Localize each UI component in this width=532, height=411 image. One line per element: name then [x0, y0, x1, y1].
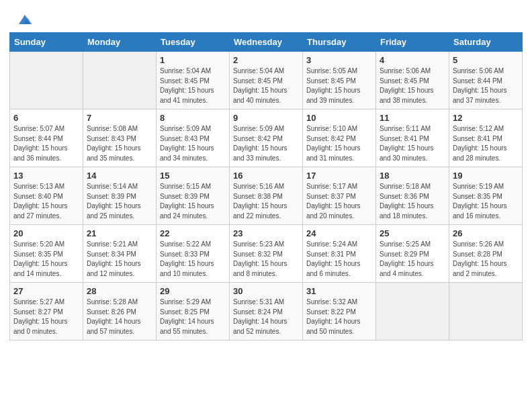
header-tuesday: Tuesday — [157, 33, 230, 52]
week-row-4: 20Sunrise: 5:20 AMSunset: 8:35 PMDayligh… — [10, 225, 523, 283]
day-number: 1 — [160, 55, 226, 65]
day-number: 17 — [306, 171, 372, 181]
day-number: 6 — [13, 113, 79, 123]
day-cell: 19Sunrise: 5:19 AMSunset: 8:35 PMDayligh… — [449, 167, 523, 225]
day-number: 10 — [306, 113, 372, 123]
day-number: 26 — [453, 228, 519, 238]
day-info: Sunrise: 5:07 AMSunset: 8:44 PMDaylight:… — [13, 124, 79, 163]
day-info: Sunrise: 5:28 AMSunset: 8:26 PMDaylight:… — [87, 298, 152, 336]
day-info: Sunrise: 5:25 AMSunset: 8:29 PMDaylight:… — [380, 240, 445, 279]
day-number: 23 — [233, 228, 299, 238]
day-number: 20 — [13, 228, 79, 238]
week-row-5: 27Sunrise: 5:27 AMSunset: 8:27 PMDayligh… — [10, 283, 523, 340]
header-sunday: Sunday — [10, 33, 83, 52]
day-cell: 22Sunrise: 5:22 AMSunset: 8:33 PMDayligh… — [157, 225, 230, 283]
day-number: 31 — [306, 286, 372, 296]
day-number: 27 — [13, 286, 79, 296]
calendar-table: SundayMondayTuesdayWednesdayThursdayFrid… — [9, 32, 523, 340]
calendar-container: SundayMondayTuesdayWednesdayThursdayFrid… — [0, 32, 532, 350]
day-number: 13 — [13, 171, 79, 181]
header-friday: Friday — [376, 33, 449, 52]
day-cell: 15Sunrise: 5:15 AMSunset: 8:39 PMDayligh… — [157, 167, 230, 225]
calendar-header-row: SundayMondayTuesdayWednesdayThursdayFrid… — [10, 33, 523, 52]
day-number: 3 — [306, 55, 372, 65]
day-cell: 11Sunrise: 5:11 AMSunset: 8:41 PMDayligh… — [376, 109, 449, 167]
day-cell — [449, 283, 523, 340]
day-info: Sunrise: 5:05 AMSunset: 8:45 PMDaylight:… — [306, 66, 372, 105]
day-info: Sunrise: 5:09 AMSunset: 8:43 PMDaylight:… — [160, 124, 226, 163]
day-number: 16 — [233, 171, 299, 181]
day-info: Sunrise: 5:27 AMSunset: 8:27 PMDaylight:… — [13, 298, 79, 336]
day-info: Sunrise: 5:04 AMSunset: 8:45 PMDaylight:… — [160, 66, 226, 105]
day-cell: 23Sunrise: 5:23 AMSunset: 8:32 PMDayligh… — [230, 225, 303, 283]
day-cell: 20Sunrise: 5:20 AMSunset: 8:35 PMDayligh… — [10, 225, 83, 283]
day-cell: 2Sunrise: 5:04 AMSunset: 8:45 PMDaylight… — [230, 52, 303, 109]
day-cell: 10Sunrise: 5:10 AMSunset: 8:42 PMDayligh… — [303, 109, 376, 167]
day-info: Sunrise: 5:21 AMSunset: 8:34 PMDaylight:… — [87, 240, 152, 279]
day-cell: 30Sunrise: 5:31 AMSunset: 8:24 PMDayligh… — [230, 283, 303, 340]
day-info: Sunrise: 5:20 AMSunset: 8:35 PMDaylight:… — [13, 240, 79, 279]
day-info: Sunrise: 5:14 AMSunset: 8:39 PMDaylight:… — [87, 182, 152, 221]
day-number: 29 — [160, 286, 226, 296]
day-number: 28 — [87, 286, 152, 296]
day-cell: 12Sunrise: 5:12 AMSunset: 8:41 PMDayligh… — [449, 109, 523, 167]
day-number: 5 — [453, 55, 519, 65]
day-info: Sunrise: 5:23 AMSunset: 8:32 PMDaylight:… — [233, 240, 299, 279]
day-number: 24 — [306, 228, 372, 238]
day-cell: 9Sunrise: 5:09 AMSunset: 8:42 PMDaylight… — [230, 109, 303, 167]
day-cell — [376, 283, 449, 340]
day-info: Sunrise: 5:24 AMSunset: 8:31 PMDaylight:… — [306, 240, 372, 279]
day-cell: 7Sunrise: 5:08 AMSunset: 8:43 PMDaylight… — [83, 109, 157, 167]
day-number: 21 — [87, 228, 152, 238]
day-cell — [83, 52, 157, 109]
day-number: 11 — [380, 113, 445, 123]
day-info: Sunrise: 5:09 AMSunset: 8:42 PMDaylight:… — [233, 124, 299, 163]
day-cell: 31Sunrise: 5:32 AMSunset: 8:22 PMDayligh… — [303, 283, 376, 340]
day-cell: 18Sunrise: 5:18 AMSunset: 8:36 PMDayligh… — [376, 167, 449, 225]
day-info: Sunrise: 5:32 AMSunset: 8:22 PMDaylight:… — [306, 298, 372, 336]
header-wednesday: Wednesday — [230, 33, 303, 52]
day-number: 15 — [160, 171, 226, 181]
day-info: Sunrise: 5:08 AMSunset: 8:43 PMDaylight:… — [87, 124, 152, 163]
day-cell: 29Sunrise: 5:29 AMSunset: 8:25 PMDayligh… — [157, 283, 230, 340]
header-saturday: Saturday — [449, 33, 523, 52]
day-cell: 16Sunrise: 5:16 AMSunset: 8:38 PMDayligh… — [230, 167, 303, 225]
day-cell: 17Sunrise: 5:17 AMSunset: 8:37 PMDayligh… — [303, 167, 376, 225]
day-number: 14 — [87, 171, 152, 181]
day-cell — [10, 52, 83, 109]
day-info: Sunrise: 5:10 AMSunset: 8:42 PMDaylight:… — [306, 124, 372, 163]
day-info: Sunrise: 5:18 AMSunset: 8:36 PMDaylight:… — [380, 182, 445, 221]
day-info: Sunrise: 5:19 AMSunset: 8:35 PMDaylight:… — [453, 182, 519, 221]
header-monday: Monday — [83, 33, 157, 52]
day-number: 25 — [380, 228, 445, 238]
day-number: 7 — [87, 113, 152, 123]
day-info: Sunrise: 5:22 AMSunset: 8:33 PMDaylight:… — [160, 240, 226, 279]
logo — [16, 12, 32, 27]
day-cell: 21Sunrise: 5:21 AMSunset: 8:34 PMDayligh… — [83, 225, 157, 283]
day-number: 4 — [380, 55, 445, 65]
week-row-1: 1Sunrise: 5:04 AMSunset: 8:45 PMDaylight… — [10, 52, 523, 109]
day-number: 19 — [453, 171, 519, 181]
week-row-2: 6Sunrise: 5:07 AMSunset: 8:44 PMDaylight… — [10, 109, 523, 167]
day-cell: 28Sunrise: 5:28 AMSunset: 8:26 PMDayligh… — [83, 283, 157, 340]
page-header — [0, 0, 532, 32]
day-cell: 6Sunrise: 5:07 AMSunset: 8:44 PMDaylight… — [10, 109, 83, 167]
day-number: 18 — [380, 171, 445, 181]
day-cell: 5Sunrise: 5:06 AMSunset: 8:44 PMDaylight… — [449, 52, 523, 109]
day-number: 8 — [160, 113, 226, 123]
day-info: Sunrise: 5:13 AMSunset: 8:40 PMDaylight:… — [13, 182, 79, 221]
day-cell: 8Sunrise: 5:09 AMSunset: 8:43 PMDaylight… — [157, 109, 230, 167]
day-cell: 3Sunrise: 5:05 AMSunset: 8:45 PMDaylight… — [303, 52, 376, 109]
day-cell: 25Sunrise: 5:25 AMSunset: 8:29 PMDayligh… — [376, 225, 449, 283]
header-thursday: Thursday — [303, 33, 376, 52]
day-cell: 1Sunrise: 5:04 AMSunset: 8:45 PMDaylight… — [157, 52, 230, 109]
day-cell: 24Sunrise: 5:24 AMSunset: 8:31 PMDayligh… — [303, 225, 376, 283]
day-info: Sunrise: 5:26 AMSunset: 8:28 PMDaylight:… — [453, 240, 519, 279]
week-row-3: 13Sunrise: 5:13 AMSunset: 8:40 PMDayligh… — [10, 167, 523, 225]
day-cell: 27Sunrise: 5:27 AMSunset: 8:27 PMDayligh… — [10, 283, 83, 340]
day-info: Sunrise: 5:06 AMSunset: 8:45 PMDaylight:… — [380, 66, 445, 105]
day-info: Sunrise: 5:04 AMSunset: 8:45 PMDaylight:… — [233, 66, 299, 105]
day-cell: 26Sunrise: 5:26 AMSunset: 8:28 PMDayligh… — [449, 225, 523, 283]
day-info: Sunrise: 5:16 AMSunset: 8:38 PMDaylight:… — [233, 182, 299, 221]
day-info: Sunrise: 5:06 AMSunset: 8:44 PMDaylight:… — [453, 66, 519, 105]
